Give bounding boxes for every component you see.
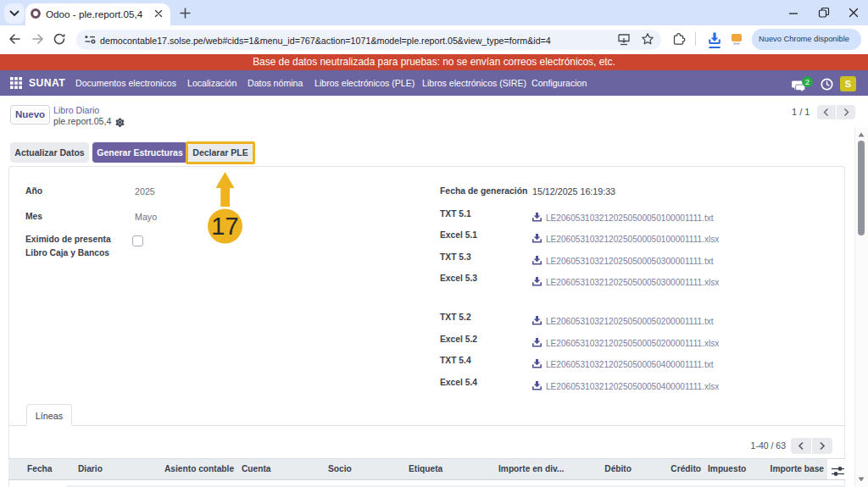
svg-text:17: 17 <box>211 213 238 240</box>
